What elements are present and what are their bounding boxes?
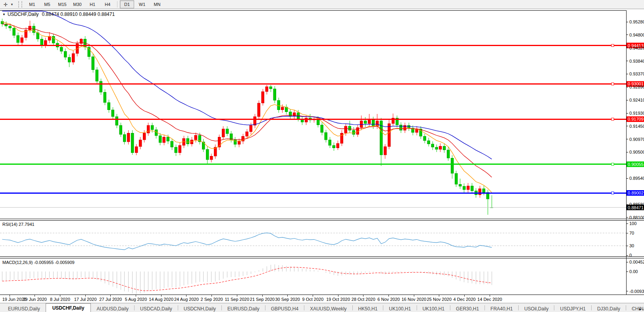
level-price-badge-text: 0.90055	[628, 162, 644, 167]
timeframe-button-d1[interactable]: D1	[120, 0, 134, 8]
candle	[388, 119, 390, 150]
macd-indicator-label: MACD(12,26,9) -0.005955 -0.005909	[2, 260, 75, 265]
timeframe-button-m15[interactable]: M15	[55, 0, 69, 8]
tab-gbpusd-h4[interactable]: GBPUSD,H4	[265, 305, 304, 312]
date-tick-label: 19 Oct 2020	[326, 297, 350, 302]
candle	[258, 100, 260, 119]
chart-title: ▼USDCHF,Daily0.88474 0.88910 0.88449 0.8…	[2, 12, 115, 17]
rsi-panel[interactable]	[0, 221, 626, 256]
price-tick-label: 0.93370	[629, 71, 644, 76]
tab-dj30-daily[interactable]: DJ30,Daily	[592, 305, 626, 312]
tab-hk50-h1[interactable]: HK50,H1	[353, 305, 383, 312]
date-tick-label: 14 Dec 2020	[477, 297, 502, 302]
cursor-tool-dropdown-icon[interactable]: ▾	[10, 1, 14, 8]
timeframe-button-mn[interactable]: MN	[150, 0, 164, 8]
timeframe-button-m5[interactable]: M5	[40, 0, 54, 8]
price-tick-label: 0.92410	[629, 98, 644, 102]
toolbar-separator	[117, 1, 117, 8]
tab-usdcnh-daily[interactable]: USDCNH,Daily	[178, 305, 221, 312]
mt4-window: ✛ ▾ M1M5M15M30H1H4D1W1MN 0.944130.930010…	[0, 0, 644, 312]
main-chart-panel[interactable]	[0, 10, 626, 219]
level-price-badge-text: 0.91709	[628, 117, 644, 121]
collapse-indicators-icon[interactable]: ▼	[2, 13, 6, 16]
tab-usdchf-daily[interactable]: USDCHF,Daily	[46, 303, 91, 312]
candle	[131, 130, 134, 155]
tab-usdjpy-h1[interactable]: USDJPY,H1	[554, 305, 591, 312]
rsi-indicator-label: RSI(14) 27.7941	[2, 222, 35, 227]
price-tick-label: 0.93840	[629, 59, 644, 64]
cursor-tool-icon[interactable]: ✛	[2, 1, 10, 8]
tab-eurusd-daily[interactable]: EURUSD,Daily	[222, 305, 265, 312]
tab-usdcad-daily[interactable]: USDCAD,Daily	[135, 305, 178, 312]
level-line-handle[interactable]	[611, 44, 614, 47]
tab-uk100-h1[interactable]: UK100,H1	[383, 305, 416, 312]
price-tick-label: 0.92890	[629, 85, 644, 89]
timeframe-button-w1[interactable]: W1	[135, 0, 149, 8]
date-tick-label: 28 Oct 2020	[352, 297, 375, 302]
date-tick-label: 24 Aug 2020	[174, 297, 199, 302]
date-tick-label: 30 Sep 2020	[275, 297, 300, 302]
tab-scroll-buttons: ◄ ►	[630, 307, 643, 311]
rsi-tick-label: 70	[629, 231, 634, 235]
date-tick-label: 27 Jul 2020	[99, 297, 122, 302]
rsi-tick-label: 30	[629, 243, 634, 248]
macd-tick-label: -0.009348	[629, 289, 644, 294]
rsi-tick-label: 100	[629, 221, 636, 226]
tab-fra40-h1[interactable]: FRA40,H1	[485, 305, 518, 312]
date-tick-label: 9 Oct 2020	[302, 297, 323, 302]
toolbar-drag-handle[interactable]	[18, 1, 22, 8]
date-tick-label: 6 Nov 2020	[377, 297, 400, 302]
date-tick-label: 8 Jul 2020	[50, 297, 70, 302]
price-tick-label: 0.90500	[629, 150, 644, 154]
price-tick-label: 0.88100	[629, 215, 644, 220]
price-tick-label: 0.94320	[629, 46, 644, 50]
date-tick-label: 17 Jul 2020	[74, 297, 97, 302]
timeframe-button-h1[interactable]: H1	[85, 0, 100, 8]
tab-usoil-daily[interactable]: USOil,Daily	[519, 305, 554, 312]
date-tick-label: 21 Sep 2020	[250, 297, 275, 302]
chart-symbol-label: USDCHF,Daily	[8, 12, 39, 17]
price-tick-label: 0.90970	[629, 137, 644, 142]
rsi-tick-label: 0	[629, 253, 632, 258]
timeframe-buttons-group: M1M5M15M30H1H4D1W1MN	[25, 0, 165, 8]
price-tick-label: 0.91450	[629, 124, 644, 129]
macd-tick-label: 0.00	[629, 269, 638, 274]
price-tick-label: 0.89540	[629, 176, 644, 181]
date-tick-label: 25 Nov 2020	[427, 297, 452, 302]
price-tick-label: 0.94800	[629, 33, 644, 37]
price-tick-label: 0.91930	[629, 111, 644, 116]
level-line-handle[interactable]	[611, 83, 614, 85]
tab-audusd-daily[interactable]: AUDUSD,Daily	[91, 305, 134, 312]
date-tick-label: 2 Sep 2020	[200, 297, 223, 302]
chart-canvas: 0.944130.930010.917090.900550.890020.884…	[0, 0, 644, 312]
tab-xauusd-weekly[interactable]: XAUUSD,Weekly	[304, 305, 352, 312]
chart-ohlc-values: 0.88474 0.88910 0.88449 0.88471	[42, 12, 115, 17]
price-tick-label: 0.88580	[629, 202, 644, 207]
date-tick-label: 14 Aug 2020	[149, 297, 173, 302]
timeframe-button-h4[interactable]: H4	[100, 0, 115, 8]
date-tick-label: 5 Aug 2020	[125, 297, 147, 302]
macd-panel[interactable]	[0, 258, 626, 295]
timeframe-button-m30[interactable]: M30	[70, 0, 85, 8]
level-line-handle[interactable]	[611, 163, 614, 166]
chart-tabs: EURUSD,DailyUSDCHF,DailyAUDUSD,DailyUSDC…	[2, 303, 644, 312]
timeframe-toolbar: ✛ ▾ M1M5M15M30H1H4D1W1MN	[0, 0, 644, 9]
tab-ger30-h1[interactable]: GER30,H1	[450, 305, 484, 312]
tab-scroll-right-icon[interactable]: ►	[638, 307, 643, 311]
level-line-handle[interactable]	[611, 192, 614, 194]
tab-eurusd-daily[interactable]: EURUSD,Daily	[2, 305, 46, 312]
macd-tick-label: 0.004527	[629, 260, 644, 264]
level-line-handle[interactable]	[611, 118, 614, 120]
date-tick-label: 16 Nov 2020	[402, 297, 426, 302]
candle	[92, 54, 94, 73]
date-tick-label: 4 Dec 2020	[453, 297, 475, 302]
level-price-badge-text: 0.89002	[628, 191, 644, 195]
tab-scroll-left-icon[interactable]: ◄	[630, 307, 635, 311]
chart-tab-bar: EURUSD,DailyUSDCHF,DailyAUDUSD,DailyUSDC…	[0, 303, 644, 312]
tab-uk100-h1[interactable]: UK100,H1	[417, 305, 450, 312]
date-tick-label: 29 Jun 2020	[23, 297, 47, 302]
timeframe-button-m1[interactable]: M1	[25, 0, 39, 8]
date-tick-label: 11 Sep 2020	[225, 297, 250, 302]
price-tick-label: 0.95280	[629, 19, 644, 24]
